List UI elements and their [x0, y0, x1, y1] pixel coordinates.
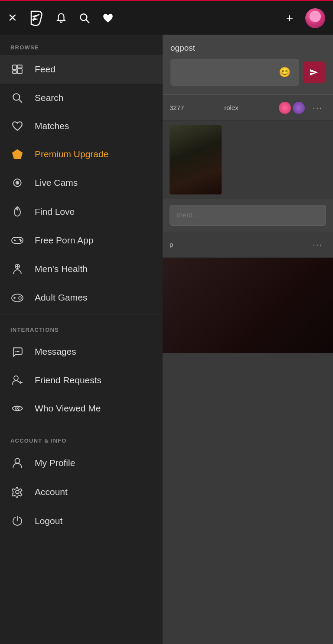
sidebar-item-search[interactable]: Search — [0, 84, 163, 112]
sidebar-item-messages[interactable]: Messages — [0, 337, 163, 366]
blogpost-title: ogpost — [170, 43, 325, 53]
svg-point-36 — [17, 408, 18, 409]
post-image — [170, 125, 222, 194]
my-profile-label: My Profile — [35, 458, 75, 468]
post-image-inner — [170, 125, 222, 194]
post-text-input[interactable]: 😊 — [170, 59, 299, 86]
svg-point-7 — [13, 94, 20, 100]
svg-point-32 — [14, 376, 18, 380]
mens-health-label: Men's Health — [35, 264, 88, 274]
post-user2: p — [170, 241, 173, 248]
power-icon — [10, 515, 24, 527]
sidebar-item-matches[interactable]: Matches — [0, 112, 163, 140]
sidebar-item-find-love[interactable]: Find Love — [0, 197, 163, 227]
camera-icon — [10, 177, 24, 188]
svg-rect-4 — [13, 71, 16, 74]
sidebar-item-mens-health[interactable]: Men's Health — [0, 254, 163, 284]
post-avatars — [279, 102, 305, 114]
interactions-section-label: INTERACTIONS — [0, 317, 163, 337]
avatar-purple — [293, 102, 305, 114]
header: ✕ F + — [0, 0, 333, 35]
mens-health-icon — [10, 263, 24, 275]
profile-person-icon — [10, 457, 24, 469]
input-row: 😊 — [170, 59, 325, 86]
svg-text:F: F — [33, 15, 37, 22]
divider-account — [0, 425, 163, 425]
logout-label: Logout — [35, 516, 62, 526]
sidebar-item-free-porn-app[interactable]: Free Porn App — [0, 227, 163, 254]
sidebar-item-feed[interactable]: Feed — [0, 55, 163, 84]
svg-point-38 — [16, 490, 19, 494]
user-avatar[interactable] — [305, 8, 325, 28]
svg-point-27 — [20, 299, 21, 300]
emoji-button[interactable]: 😊 — [276, 64, 293, 81]
add-button[interactable]: + — [286, 11, 293, 25]
post-header-row: 3277 rolex ··· — [163, 95, 333, 121]
matches-label: Matches — [35, 121, 69, 131]
sidebar-item-logout[interactable]: Logout — [0, 506, 163, 536]
main-content: ogpost 😊 3277 rolex — [163, 35, 333, 644]
live-cams-label: Live Cams — [35, 178, 78, 188]
heart-icon[interactable] — [102, 13, 114, 23]
bottom-post-image — [163, 258, 333, 353]
person-plus-icon — [10, 375, 24, 386]
svg-point-1 — [80, 14, 87, 20]
account-label: Account — [35, 487, 68, 497]
post-input-area: ogpost 😊 — [163, 35, 333, 95]
post-more-button[interactable]: ··· — [309, 101, 326, 114]
svg-rect-3 — [13, 65, 16, 70]
feed-label: Feed — [35, 64, 56, 74]
post-user-number: 3277 — [170, 104, 220, 111]
flame-icon — [10, 206, 24, 218]
sidebar-item-who-viewed-me[interactable]: Who Viewed Me — [0, 395, 163, 422]
matches-icon — [10, 121, 24, 131]
gear-icon — [10, 486, 24, 498]
svg-point-31 — [18, 351, 20, 353]
chat-icon — [10, 346, 24, 357]
post-username: rolex — [224, 104, 274, 111]
svg-marker-9 — [12, 149, 23, 159]
post2-more-button[interactable]: ··· — [309, 238, 326, 251]
avatar-pink — [279, 102, 291, 114]
svg-point-37 — [15, 459, 20, 463]
messages-label: Messages — [35, 346, 76, 357]
bottom-image-overlay — [163, 258, 333, 353]
eye-icon — [10, 404, 24, 413]
close-button[interactable]: ✕ — [8, 11, 17, 25]
sidebar: BROWSE Feed Search — [0, 35, 163, 644]
svg-line-8 — [19, 100, 22, 103]
svg-point-13 — [17, 182, 18, 183]
svg-line-2 — [86, 19, 89, 23]
svg-point-29 — [15, 351, 16, 353]
comment-input[interactable] — [170, 205, 326, 226]
comment-input-area — [163, 199, 333, 232]
search-menu-icon — [10, 92, 24, 104]
send-button[interactable] — [303, 61, 325, 83]
sidebar-item-premium[interactable]: Premium Upgrade — [0, 140, 163, 168]
svg-point-18 — [20, 240, 21, 241]
adult-games-label: Adult Games — [35, 292, 87, 303]
svg-point-17 — [20, 239, 20, 240]
account-section-label: ACCOUNT & INFO — [0, 428, 163, 448]
sidebar-item-friend-requests[interactable]: Friend Requests — [0, 366, 163, 395]
svg-point-26 — [21, 298, 22, 299]
search-label: Search — [35, 93, 64, 103]
who-viewed-me-label: Who Viewed Me — [35, 403, 101, 414]
svg-point-25 — [20, 296, 21, 298]
divider-interactions — [0, 314, 163, 314]
svg-rect-6 — [17, 69, 22, 74]
friend-requests-label: Friend Requests — [35, 375, 101, 385]
feed-icon — [10, 64, 24, 75]
gamepad-icon — [10, 236, 24, 245]
svg-rect-5 — [17, 65, 22, 68]
sidebar-item-account[interactable]: Account — [0, 478, 163, 506]
sidebar-item-my-profile[interactable]: My Profile — [0, 448, 163, 478]
bell-icon[interactable] — [56, 12, 67, 24]
sidebar-item-live-cams[interactable]: Live Cams — [0, 168, 163, 197]
logo-icon[interactable]: F — [29, 10, 43, 26]
search-icon[interactable] — [79, 13, 90, 24]
sidebar-item-adult-games[interactable]: Adult Games — [0, 284, 163, 311]
svg-point-30 — [17, 351, 18, 353]
find-love-label: Find Love — [35, 207, 75, 217]
controller-icon — [10, 293, 24, 302]
